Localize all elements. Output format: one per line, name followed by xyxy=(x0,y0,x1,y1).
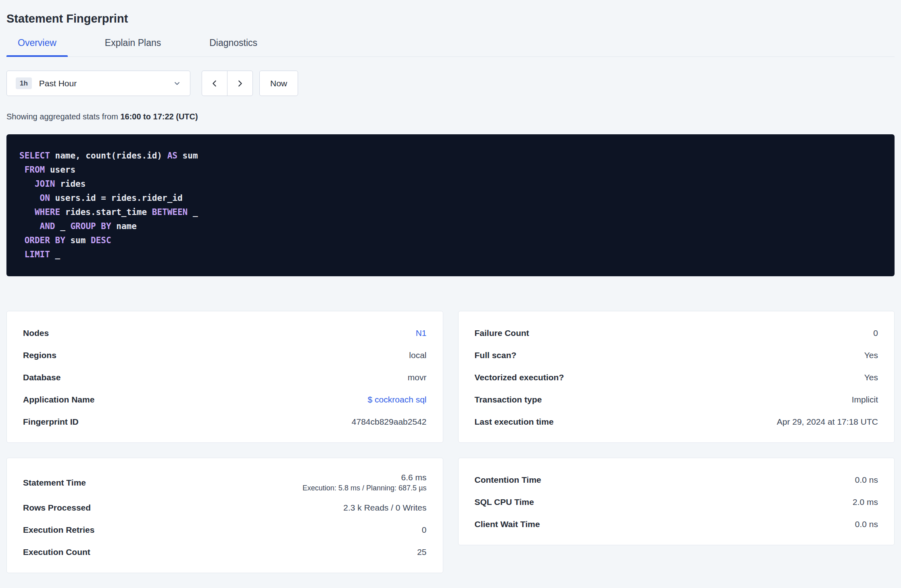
next-time-button[interactable] xyxy=(227,71,253,96)
time-controls: 1h Past Hour Now xyxy=(6,71,895,96)
tab-diagnostics[interactable]: Diagnostics xyxy=(198,38,269,56)
time-range-label: Past Hour xyxy=(39,79,166,88)
sql-line: AND _ GROUP BY name xyxy=(19,219,882,234)
detail-value: movr xyxy=(408,373,427,382)
detail-row-vectorized: Vectorized execution? Yes xyxy=(475,366,878,388)
detail-value: 0.0 ns xyxy=(855,475,878,485)
detail-label: Execution Retries xyxy=(23,525,94,535)
chevron-down-icon xyxy=(173,79,181,88)
sql-keyword: SELECT xyxy=(19,151,50,161)
time-range-select[interactable]: 1h Past Hour xyxy=(6,71,190,96)
stats-cards: Nodes N1 Regions local Database movr App… xyxy=(6,311,895,573)
detail-label: Vectorized execution? xyxy=(475,373,564,382)
detail-row-database: Database movr xyxy=(23,366,427,388)
aggregated-stats-range: 16:00 to 17:22 (UTC) xyxy=(120,112,198,121)
detail-label: Failure Count xyxy=(475,328,529,338)
wait-time-card: Contention Time 0.0 ns SQL CPU Time 2.0 … xyxy=(458,458,895,545)
detail-row-last-execution: Last execution time Apr 29, 2024 at 17:1… xyxy=(475,411,878,433)
time-nav-group xyxy=(202,71,253,96)
detail-value: 2.0 ms xyxy=(853,497,878,507)
detail-row-regions: Regions local xyxy=(23,344,427,366)
page-title: Statement Fingerprint xyxy=(6,12,895,25)
statement-fingerprint-page: Statement Fingerprint Overview Explain P… xyxy=(0,0,901,573)
sql-keyword: AS xyxy=(167,151,177,161)
detail-label: Database xyxy=(23,373,60,382)
sql-keyword: ON xyxy=(40,193,50,203)
detail-value: 4784cb829aab2542 xyxy=(352,417,427,427)
statement-details-card: Nodes N1 Regions local Database movr App… xyxy=(6,311,443,443)
prev-time-button[interactable] xyxy=(202,71,227,96)
statement-time-values: 6.6 ms Execution: 5.8 ms / Planning: 687… xyxy=(302,469,427,496)
detail-label: Rows Processed xyxy=(23,503,91,513)
detail-label: Contention Time xyxy=(475,475,541,485)
sql-keyword: ORDER BY xyxy=(25,236,65,245)
sql-keyword: FROM xyxy=(25,165,45,175)
detail-value: 6.6 ms xyxy=(401,473,426,482)
detail-label: Statement Time xyxy=(23,478,86,488)
detail-label: Application Name xyxy=(23,395,94,405)
detail-value: Apr 29, 2024 at 17:18 UTC xyxy=(777,417,878,427)
detail-label: Execution Count xyxy=(23,547,90,557)
sql-line: ON users.id = rides.rider_id xyxy=(19,191,882,205)
detail-row-full-scan: Full scan? Yes xyxy=(475,344,878,366)
detail-row-sql-cpu-time: SQL CPU Time 2.0 ms xyxy=(475,491,878,513)
sql-keyword: DESC xyxy=(91,236,111,245)
sql-line: FROM users xyxy=(19,163,882,177)
detail-row-execution-retries: Execution Retries 0 xyxy=(23,519,427,541)
time-range-badge: 1h xyxy=(16,77,32,89)
sql-line: SELECT name, count(rides.id) AS sum xyxy=(19,149,882,163)
detail-row-statement-time: Statement Time 6.6 ms Execution: 5.8 ms … xyxy=(23,469,427,496)
sql-keyword: JOIN xyxy=(35,179,55,189)
node-link[interactable]: N1 xyxy=(416,328,427,338)
application-link[interactable]: $ cockroach sql xyxy=(368,395,427,405)
sql-keyword: GROUP BY xyxy=(70,221,111,231)
sql-line: LIMIT _ xyxy=(19,248,882,262)
detail-label: Fingerprint ID xyxy=(23,417,79,427)
detail-label: Regions xyxy=(23,350,56,360)
sql-keyword: BETWEEN xyxy=(152,207,188,217)
now-button[interactable]: Now xyxy=(259,71,298,96)
detail-value: 0 xyxy=(422,525,427,535)
detail-value: Yes xyxy=(864,350,878,360)
detail-label: Last execution time xyxy=(475,417,554,427)
statement-time-card: Statement Time 6.6 ms Execution: 5.8 ms … xyxy=(6,458,443,573)
statement-time-breakdown: Execution: 5.8 ms / Planning: 687.5 µs xyxy=(302,484,427,492)
detail-label: Client Wait Time xyxy=(475,519,540,529)
tab-explain-plans[interactable]: Explain Plans xyxy=(94,38,172,56)
sql-keyword: AND xyxy=(40,221,55,231)
detail-row-failure-count: Failure Count 0 xyxy=(475,322,878,344)
execution-details-card: Failure Count 0 Full scan? Yes Vectorize… xyxy=(458,311,895,443)
tab-bar: Overview Explain Plans Diagnostics xyxy=(6,38,895,57)
detail-value: 2.3 k Reads / 0 Writes xyxy=(343,503,426,513)
detail-value: 0 xyxy=(873,328,878,338)
sql-line: WHERE rides.start_time BETWEEN _ xyxy=(19,205,882,219)
chevron-left-icon xyxy=(210,79,219,88)
detail-row-application-name: Application Name $ cockroach sql xyxy=(23,388,427,411)
sql-keyword: WHERE xyxy=(35,207,60,217)
detail-row-execution-count: Execution Count 25 xyxy=(23,541,427,563)
detail-value: 25 xyxy=(417,547,426,557)
sql-line: ORDER BY sum DESC xyxy=(19,234,882,248)
detail-row-rows-processed: Rows Processed 2.3 k Reads / 0 Writes xyxy=(23,496,427,519)
detail-value: Implicit xyxy=(852,395,878,405)
detail-row-contention-time: Contention Time 0.0 ns xyxy=(475,469,878,491)
detail-row-client-wait-time: Client Wait Time 0.0 ns xyxy=(475,513,878,535)
detail-row-fingerprint-id: Fingerprint ID 4784cb829aab2542 xyxy=(23,411,427,433)
detail-value: Yes xyxy=(864,373,878,382)
sql-statement-box: SELECT name, count(rides.id) AS sum FROM… xyxy=(6,134,895,276)
detail-label: Nodes xyxy=(23,328,49,338)
detail-value: 0.0 ns xyxy=(855,519,878,529)
detail-label: Transaction type xyxy=(475,395,542,405)
aggregated-stats-prefix: Showing aggregated stats from xyxy=(6,112,120,121)
detail-row-transaction-type: Transaction type Implicit xyxy=(475,388,878,411)
chevron-right-icon xyxy=(236,79,244,88)
detail-label: Full scan? xyxy=(475,350,517,360)
detail-row-nodes: Nodes N1 xyxy=(23,322,427,344)
sql-line: JOIN rides xyxy=(19,177,882,191)
sql-keyword: LIMIT xyxy=(25,250,50,259)
detail-label: SQL CPU Time xyxy=(475,497,534,507)
detail-value: local xyxy=(409,350,426,360)
tab-overview[interactable]: Overview xyxy=(6,38,68,56)
aggregated-stats-text: Showing aggregated stats from 16:00 to 1… xyxy=(6,112,895,121)
